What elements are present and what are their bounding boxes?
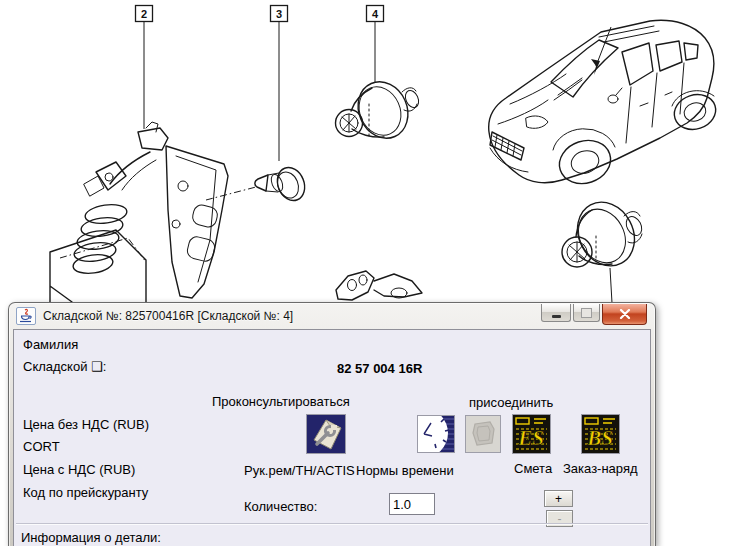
quantity-input[interactable] (389, 493, 435, 515)
callout-3-label: 3 (276, 8, 282, 20)
window-title: Складской №: 825700416R [Складской №: 4] (43, 309, 293, 323)
location-arrow (591, 27, 611, 75)
estimate-form-icon: ES (513, 415, 550, 453)
callout-4[interactable]: 4 (367, 6, 384, 83)
callout-2[interactable]: 2 (136, 6, 153, 130)
quantity-decrement-button[interactable]: - (546, 510, 573, 527)
clock-icon (418, 416, 454, 452)
part-dialog-window: Складской №: 825700416R [Складской №: 4]… (8, 302, 656, 546)
actis-button-label: Рук.рем/TH/ACTIS (244, 463, 355, 478)
estimate-button[interactable]: ES (512, 414, 551, 454)
work-order-icon-glyph: BS (586, 426, 613, 450)
callout-4-label: 4 (372, 8, 379, 20)
lock-actuator-drawing (50, 122, 228, 302)
estimate-button-label: Смета (514, 461, 552, 476)
part-info-label: Информация о детали: (21, 530, 161, 545)
stock-number-label: Складской ❑: (23, 359, 106, 374)
java-app-icon (16, 307, 36, 325)
quantity-increment-button[interactable]: + (544, 490, 573, 507)
work-order-form-icon: BS (582, 415, 619, 453)
work-order-button[interactable]: BS (581, 414, 620, 454)
cort-label: CORT (23, 439, 60, 454)
close-button[interactable] (602, 304, 647, 325)
repair-manual-actis-button[interactable] (306, 414, 346, 454)
attach-disabled-button[interactable] (465, 415, 501, 453)
callout-2-label: 2 (141, 8, 147, 20)
clip-part-drawing (206, 163, 309, 204)
grommet-part-drawing (336, 74, 422, 147)
dialog-content: Фамилия Складской ❑: 82 57 004 16R Проко… (13, 329, 651, 546)
close-icon (619, 309, 631, 319)
consult-section-label: Проконсультироваться (212, 394, 350, 409)
callout-3[interactable]: 3 (271, 6, 288, 162)
quantity-label: Количество: (244, 499, 317, 514)
grommet-on-car-drawing (562, 192, 645, 303)
time-standards-button[interactable] (417, 415, 455, 453)
grayed-part-icon (466, 416, 500, 452)
surname-label: Фамилия (23, 337, 78, 352)
order-button-label: Заказ-наряд (563, 461, 638, 476)
price-code-label: Код по прейскуранту (23, 485, 148, 500)
vehicle-drawing (489, 20, 721, 190)
stock-number-value: 82 57 004 16R (337, 361, 422, 376)
minimize-button[interactable] (541, 304, 571, 322)
maximize-button[interactable] (573, 304, 600, 322)
price-inc-vat-label: Цена с НДС (RUB) (23, 462, 135, 477)
bracket-part-drawing (336, 271, 422, 300)
estimate-icon-glyph: ES (517, 426, 544, 450)
time-button-label: Нормы времени (356, 463, 454, 478)
attach-section-label: присоединить (469, 395, 553, 410)
maximize-icon (581, 308, 592, 318)
price-ex-vat-label: Цена без НДС (RUB) (23, 417, 149, 432)
title-bar[interactable]: Складской №: 825700416R [Складской №: 4] (9, 303, 655, 328)
wrench-document-icon (307, 415, 345, 453)
minimize-icon (552, 315, 561, 318)
section-divider (16, 523, 648, 524)
